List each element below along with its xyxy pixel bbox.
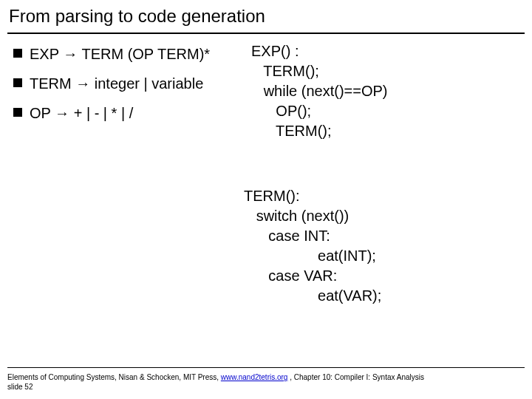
footer-divider: [7, 367, 525, 368]
footer-slide-number: slide 52: [7, 383, 33, 391]
grammar-rules: EXP → TERM (OP TERM)* TERM → integer | v…: [13, 44, 235, 133]
slide-title: From parsing to code generation: [9, 6, 265, 27]
bullet-item: EXP → TERM (OP TERM)*: [13, 44, 235, 64]
square-bullet-icon: [13, 108, 22, 117]
footer-text-prefix: Elements of Computing Systems, Nisan & S…: [7, 373, 221, 381]
grammar-rule-op: OP → + | - | * | /: [30, 103, 133, 123]
slide: From parsing to code generation EXP → TE…: [0, 0, 532, 399]
grammar-rule-exp: EXP → TERM (OP TERM)*: [30, 44, 210, 64]
footer: Elements of Computing Systems, Nisan & S…: [7, 372, 424, 392]
title-underline: [7, 33, 525, 34]
square-bullet-icon: [13, 78, 22, 87]
footer-link[interactable]: www.nand2tetris.org: [221, 373, 288, 381]
bullet-item: OP → + | - | * | /: [13, 103, 235, 123]
bullet-item: TERM → integer | variable: [13, 74, 235, 93]
footer-text-suffix: , Chapter 10: Compiler I: Syntax Analysi…: [287, 373, 424, 381]
code-block-term: TERM(): switch (next()) case INT: eat(IN…: [244, 186, 381, 306]
grammar-rule-term: TERM → integer | variable: [30, 74, 203, 93]
code-block-exp: EXP() : TERM(); while (next()==OP) OP();…: [251, 41, 388, 141]
square-bullet-icon: [13, 49, 22, 58]
